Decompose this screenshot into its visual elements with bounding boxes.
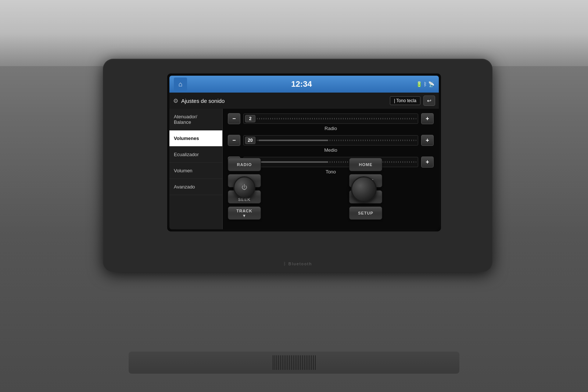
- left-menu: Atenuador/Balance Volumenes Ecualizador …: [169, 109, 223, 229]
- radio-slider-controls: − 2 +: [228, 113, 434, 124]
- clock-display: 12:34: [291, 79, 312, 89]
- medio-slider-controls: − 20 +: [228, 135, 434, 146]
- vent-slot: [308, 355, 308, 370]
- volume-knob[interactable]: [351, 176, 377, 202]
- vent-slot: [284, 355, 284, 370]
- radio-slider-row: − 2 + Radio: [228, 113, 434, 131]
- menu-item-volumenes[interactable]: Volumenes: [169, 130, 222, 147]
- radio-increase-button[interactable]: +: [421, 113, 434, 124]
- bluetooth-label: ᛒ Bluetooth: [283, 261, 312, 266]
- tono-tecla-badge[interactable]: | Tono tecla: [390, 96, 420, 105]
- content-area: Atenuador/Balance Volumenes Ecualizador …: [169, 109, 439, 229]
- menu-item-volumen[interactable]: Volumen: [169, 163, 222, 179]
- title-bar: ⚙ Ajustes de sonido | Tono tecla ↩: [169, 93, 439, 109]
- screen-title: Ajustes de sonido: [181, 98, 387, 104]
- vent-slot: [278, 355, 279, 370]
- vent-slot: [293, 355, 294, 370]
- menu-item-avanzado[interactable]: Avanzado: [169, 179, 222, 195]
- bluetooth-text: Bluetooth: [288, 262, 312, 266]
- medio-label: Medio: [228, 147, 434, 153]
- radio-decrease-button[interactable]: −: [228, 113, 240, 124]
- medio-slider-row: − 20 + Medio: [228, 135, 434, 153]
- vent-slot: [291, 355, 292, 370]
- menu-item-ecualizador[interactable]: Ecualizador: [169, 147, 222, 163]
- tono-slider-track[interactable]: 20: [243, 157, 418, 167]
- screen: ⌂ 12:34 🔋 ᛒ 📡 ⚙ Ajustes de sonido | Tono…: [169, 76, 439, 229]
- vent-slot: [276, 355, 277, 370]
- bt-symbol-icon: ᛒ: [283, 261, 287, 266]
- medio-decrease-button[interactable]: −: [228, 135, 240, 146]
- vent-slot: [300, 355, 301, 370]
- vent-slot: [286, 355, 286, 370]
- back-button[interactable]: ↩: [423, 96, 435, 106]
- menu-item-atenuador[interactable]: Atenuador/Balance: [169, 109, 222, 130]
- vent-slot: [289, 355, 290, 370]
- home-button[interactable]: HOME: [349, 158, 382, 171]
- vent-slot: [306, 355, 306, 370]
- medio-value: 20: [245, 137, 255, 144]
- vent-slot: [309, 355, 310, 370]
- vent-slot: [287, 355, 288, 370]
- vent-slot: [273, 355, 273, 370]
- radio-value: 2: [245, 115, 255, 122]
- vent-slot: [315, 355, 316, 370]
- medio-slider-track[interactable]: 20: [243, 135, 418, 145]
- vent-slot: [280, 355, 281, 370]
- vent-slot: [302, 355, 303, 370]
- setup-button[interactable]: SETUP: [349, 206, 382, 220]
- radio-label: Radio: [228, 126, 434, 131]
- vent-slot: [298, 355, 299, 370]
- vent-slot: [311, 355, 312, 370]
- vent-slot: [297, 355, 297, 370]
- track-down-arrow: ▼: [242, 213, 247, 218]
- vent-slot: [282, 355, 283, 370]
- vent-slot: [313, 355, 314, 370]
- dashboard: RADIO MEDIA ▲ SEEK TRACK ▼ ⏻ HOME PHONE …: [0, 0, 588, 392]
- back-icon: ↩: [427, 98, 431, 104]
- track-button[interactable]: TRACK ▼: [228, 206, 261, 220]
- status-icons: 🔋 ᛒ 📡: [416, 81, 434, 87]
- home-icon: ⌂: [179, 80, 183, 88]
- power-knob[interactable]: ⏻: [233, 176, 255, 198]
- vent-slot: [275, 355, 275, 370]
- bluetooth-status-icon: ᛒ: [424, 81, 427, 87]
- bottom-vent: [129, 352, 459, 374]
- medio-increase-button[interactable]: +: [421, 135, 434, 146]
- radio-button[interactable]: RADIO: [228, 158, 261, 171]
- vent-slot: [295, 355, 295, 370]
- screen-bezel: ⌂ 12:34 🔋 ᛒ 📡 ⚙ Ajustes de sonido | Tono…: [167, 73, 441, 231]
- top-bar: ⌂ 12:34 🔋 ᛒ 📡: [169, 76, 439, 93]
- settings-gear-icon: ⚙: [173, 97, 178, 104]
- radio-slider-dots: [257, 118, 416, 119]
- tono-increase-button[interactable]: +: [421, 157, 434, 168]
- home-screen-button[interactable]: ⌂: [174, 78, 187, 91]
- radio-slider-track[interactable]: 2: [243, 114, 418, 124]
- power-icon: ⏻: [241, 184, 247, 191]
- vent-slot: [304, 355, 305, 370]
- top-background: [0, 0, 588, 66]
- battery-icon: 🔋: [416, 81, 422, 87]
- signal-icon: 📡: [428, 81, 434, 87]
- unit-housing: RADIO MEDIA ▲ SEEK TRACK ▼ ⏻ HOME PHONE …: [103, 59, 492, 272]
- track-label: TRACK: [236, 209, 252, 213]
